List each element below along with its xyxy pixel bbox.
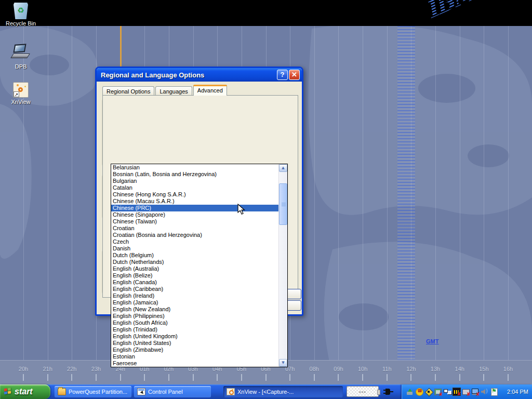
desktop: GMT 20h21h22h23h24h01h02h03h04h05h06h07h… [0, 0, 532, 399]
taskbar-button-label: PowerQuest Partition... [69, 389, 127, 395]
language-option[interactable]: Belarusian [111, 164, 278, 171]
timezone-line [48, 26, 48, 360]
phone-agent-icon[interactable] [415, 388, 423, 396]
taskbar-clock[interactable]: 2:04 PM [507, 384, 528, 399]
language-option[interactable]: English (United Kingdom) [111, 333, 278, 340]
timezone-line [508, 26, 509, 360]
hour-tick [338, 374, 339, 381]
hour-tick [193, 374, 194, 381]
top-band: IBM [0, 0, 532, 26]
language-option[interactable]: Estonian [111, 353, 278, 360]
desktop-icon-recycle-bin[interactable]: ♻ Recycle Bin [4, 3, 37, 26]
language-option[interactable]: Faeroese [111, 360, 278, 367]
desktop-icon-label: XnView [4, 99, 37, 105]
desktop-icon-dpb[interactable]: DPB [4, 43, 37, 70]
language-option[interactable]: Chinese (Singapore) [111, 211, 278, 218]
update-error-icon[interactable] [434, 388, 442, 396]
power-plug-icon [383, 388, 394, 396]
tab-regional-options[interactable]: Regional Options [102, 86, 154, 96]
timezone-line [338, 26, 339, 360]
xnview-icon: ↗ [13, 82, 29, 98]
taskbar-button-powerquest[interactable]: PowerQuest Partition... [55, 386, 131, 397]
language-option[interactable]: English (Caribbean) [111, 286, 278, 292]
scrollbar[interactable]: ▲ ▼ [278, 164, 287, 367]
desktop-icon-label: Recycle Bin [4, 20, 37, 26]
language-option[interactable]: English (Jamaica) [111, 299, 278, 306]
gmt-meridian-band [397, 26, 415, 360]
language-option[interactable]: English (New Zealand) [111, 306, 278, 313]
timezone-line [460, 26, 460, 360]
recycle-bin-icon: ♻ [14, 3, 28, 19]
tab-languages[interactable]: Languages [155, 86, 192, 96]
scroll-down-icon[interactable]: ▼ [279, 359, 287, 367]
desktop-icon-label: DPB [4, 63, 37, 70]
taskbar-button-label: Control Panel [148, 389, 183, 395]
gmt-label: GMT [426, 338, 438, 344]
timezone-line [23, 26, 24, 360]
language-option[interactable]: Dutch (Netherlands) [111, 259, 278, 265]
hour-label: 11h [382, 366, 392, 372]
mail-icon[interactable] [424, 388, 433, 396]
language-option[interactable]: Chinese (PRC) [111, 205, 278, 211]
display-error-icon[interactable] [471, 388, 480, 396]
hour-label: 22h [67, 366, 76, 372]
language-option[interactable]: Croatian [111, 225, 278, 232]
language-option[interactable]: English (Zimbabwe) [111, 347, 278, 353]
language-option[interactable]: English (Trinidad) [111, 326, 278, 333]
hour-label: 15h [479, 366, 488, 372]
hour-tick [120, 374, 121, 381]
scrollbar-thumb[interactable] [279, 183, 287, 225]
hour-tick [144, 374, 145, 381]
hour-tick [23, 374, 24, 381]
language-option[interactable]: English (Ireland) [111, 292, 278, 299]
battery-meter[interactable]: --- [347, 386, 379, 397]
volume-icon[interactable] [481, 388, 489, 396]
folder-icon [58, 388, 66, 395]
device-error-icon[interactable] [462, 388, 470, 396]
taskbar: start PowerQuest Partition...Control Pan… [0, 384, 532, 399]
close-button[interactable]: ✕ [289, 70, 300, 80]
taskbar-button-label: XnView - [<Capture-... [237, 389, 294, 395]
language-option[interactable]: Chinese (Macau S.A.R.) [111, 198, 278, 205]
language-option[interactable]: English (Australia) [111, 265, 278, 272]
hour-label: 10h [358, 366, 367, 372]
signal-error-icon[interactable] [453, 388, 461, 396]
hour-tick [96, 374, 97, 381]
windows-flag-icon [4, 388, 12, 396]
tab-advanced[interactable]: Advanced [193, 85, 227, 96]
hour-tick [314, 374, 315, 381]
dialog-titlebar[interactable]: Regional and Language Options ? ✕ [97, 68, 302, 82]
xnview-icon [227, 388, 235, 395]
language-option[interactable]: Chinese (Taiwan) [111, 218, 278, 225]
scroll-up-icon[interactable]: ▲ [279, 164, 287, 172]
language-option[interactable]: English (Belize) [111, 272, 278, 279]
help-button[interactable]: ? [277, 70, 288, 80]
language-option[interactable]: Chinese (Hong Kong S.A.R.) [111, 191, 278, 198]
network-icon[interactable] [443, 388, 451, 396]
language-option[interactable]: English (Philippines) [111, 313, 278, 320]
start-button[interactable]: start [0, 384, 50, 399]
hour-tick [435, 374, 436, 381]
language-option[interactable]: Danish [111, 245, 278, 252]
safely-remove-icon[interactable] [406, 388, 414, 396]
language-option[interactable]: Bulgarian [111, 178, 278, 184]
hour-tick [241, 374, 242, 381]
hour-tick [459, 374, 460, 381]
language-flag-icon[interactable] [490, 388, 498, 396]
language-option[interactable]: Croatian (Bosnia and Herzegovina) [111, 232, 278, 238]
timezone-line [72, 26, 72, 360]
language-option[interactable]: Dutch (Belgium) [111, 252, 278, 259]
language-option[interactable]: Catalan [111, 184, 278, 191]
hour-tick [289, 374, 290, 381]
language-option[interactable]: English (United States) [111, 340, 278, 347]
language-option[interactable]: English (South Africa) [111, 320, 278, 326]
taskbar-button-xnview[interactable]: XnView - [<Capture-... [223, 386, 343, 397]
desktop-icon-xnview[interactable]: ↗ XnView [4, 82, 37, 105]
language-option[interactable]: Czech [111, 238, 278, 245]
language-option[interactable]: English (Canada) [111, 279, 278, 286]
timezone-line [484, 26, 484, 360]
timezone-line [363, 26, 363, 360]
language-option[interactable]: Bosnian (Latin, Bosnia and Herzegovina) [111, 171, 278, 178]
hour-tick [71, 374, 72, 381]
taskbar-button-control-panel[interactable]: Control Panel [134, 386, 211, 397]
